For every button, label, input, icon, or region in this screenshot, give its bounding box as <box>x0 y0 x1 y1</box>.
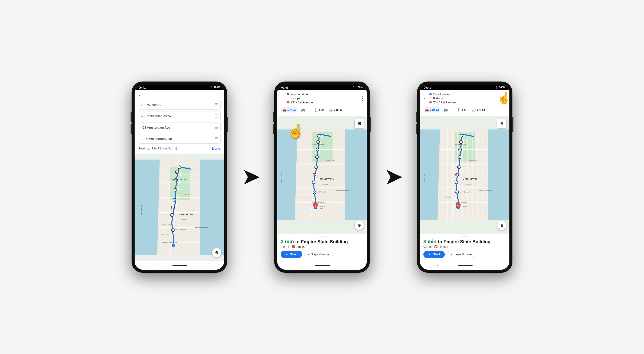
car-icon-2: 🚗 <box>282 108 286 112</box>
more-menu-2[interactable] <box>362 96 363 101</box>
start-button-3[interactable]: ▲ Start <box>423 251 445 258</box>
distance-2: 0.9 mi <box>281 245 289 249</box>
location-fab-1[interactable]: ⊕ <box>212 248 221 257</box>
transport-bus-3[interactable]: 🚌 — <box>442 107 453 112</box>
bus-time-2: — <box>306 108 309 111</box>
time-1: 09:41 <box>139 86 146 89</box>
route-stop-row-dest: 2337 1st Avenue <box>287 101 362 104</box>
route-header-top-2: ← Your location 8 stops <box>281 93 363 105</box>
nav-icon-2: ▲ <box>285 252 289 256</box>
map-1[interactable]: A B C D E F G H I <box>135 154 224 261</box>
nav-back-1[interactable]: ‹ <box>152 263 153 267</box>
route-stop-row-stops-3: 8 stops <box>429 97 505 100</box>
svg-point-142 <box>460 134 463 137</box>
waypoint-1[interactable]: 200 W 70th St ☰ <box>138 100 221 110</box>
location-fab-3[interactable]: ⊕ <box>497 221 506 230</box>
svg-point-88 <box>317 134 320 137</box>
bottom-sheet-2: 3 min to Empire State Building 0.9 mi · … <box>277 233 367 261</box>
time-3: 09:41 <box>424 86 431 89</box>
svg-text:2000 ft: 2000 ft <box>463 206 467 207</box>
action-btns-2: ▲ Start ≡ Steps & more <box>281 251 363 258</box>
steps-button-3[interactable]: ≡ Steps & more <box>447 251 476 258</box>
svg-text:C: C <box>171 214 172 216</box>
svg-text:White Castle: White Castle <box>326 160 335 161</box>
map-3[interactable]: A B C D E F G H I <box>420 116 509 233</box>
back-btn-1[interactable]: ← <box>138 93 221 98</box>
svg-rect-155 <box>463 204 475 204</box>
svg-rect-0 <box>135 160 160 255</box>
transport-walk-2[interactable]: 🚶 5 hr <box>312 107 325 112</box>
phone-1-screen: 09:41 📍 100% ← 200 W 70th St ☰ 45 Rockef… <box>135 85 224 270</box>
vol-down-btn-2 <box>273 124 274 134</box>
back-btn-2[interactable]: ← <box>281 96 285 101</box>
steps-button-2[interactable]: ≡ Steps & more <box>304 251 333 258</box>
home-pill-1[interactable] <box>172 265 187 266</box>
svg-text:White Cas...: White Cas... <box>185 193 194 195</box>
phone1-header: ← 200 W 70th St ☰ 45 Rockefeller Plaza ☰… <box>135 90 224 154</box>
arrow-2: ➤ <box>385 165 402 189</box>
svg-text:Chipotle: Chipotle <box>323 183 328 185</box>
nav-back-2[interactable]: ‹ <box>295 263 296 267</box>
start-button-2[interactable]: ▲ Start <box>281 251 302 258</box>
transport-car-2[interactable]: 🚗 1 hr 12 <box>281 107 298 112</box>
route-header-3: ← Your location 8 stops <box>420 90 509 116</box>
route-time-3: 3 min to Empire State Building <box>423 239 506 245</box>
svg-rect-105 <box>488 129 509 220</box>
drag-handle-4[interactable]: ☰ <box>214 136 218 141</box>
svg-text:Madison Square Park: Madison Square Park <box>162 241 177 243</box>
steps-icon-3: ≡ <box>451 253 452 256</box>
drag-handle-3[interactable]: ☰ <box>214 125 218 130</box>
layers-btn-3[interactable]: ⊞ <box>497 119 506 128</box>
drag-handle-2[interactable]: ☰ <box>214 114 218 119</box>
waypoint-1-label: 200 W 70th St <box>141 103 162 107</box>
more-menu-container-3: ☝ <box>505 96 506 101</box>
more-menu-3[interactable] <box>505 96 506 101</box>
transport-car-3[interactable]: 🚗 1 hr 12 <box>423 107 440 112</box>
svg-text:Central Park Zoo: Central Park Zoo <box>455 143 467 145</box>
vol-up-btn-3 <box>416 112 417 122</box>
svg-text:E: E <box>315 166 317 168</box>
waypoint-3[interactable]: 423 Amsterdam Ave ☰ <box>138 123 221 132</box>
transport-bike-2[interactable]: 🚲 1 hr 53 <box>327 107 344 112</box>
map-svg-3: A B C D E F G H I <box>420 116 509 233</box>
phone-nav-2: ‹ <box>277 261 367 270</box>
layers-btn-2[interactable]: ⊞ <box>355 119 364 128</box>
bus-icon-3: 🚌 <box>444 108 448 112</box>
svg-text:Hotel 57 New York: Hotel 57 New York <box>174 229 186 230</box>
location-icon-1: 📍 <box>210 86 213 89</box>
bus-icon-2: 🚌 <box>301 108 305 112</box>
transport-walk-3[interactable]: 🚶 5 hr <box>455 107 468 112</box>
waypoint-4[interactable]: 1030 Amsterdam Ave ☰ <box>138 134 221 144</box>
map-2[interactable]: A B C D E F G H I <box>277 116 367 233</box>
route-stop-row-dest-3: 2337 1st Avenue <box>429 101 505 104</box>
svg-text:C: C <box>456 181 457 183</box>
svg-text:Five Guys: Five Guys <box>162 234 169 235</box>
svg-text:1 km: 1 km <box>320 207 323 209</box>
location-fab-2[interactable]: ⊕ <box>355 221 364 230</box>
walk-time-2: 5 hr <box>319 108 324 111</box>
waypoint-2[interactable]: 45 Rockefeller Plaza ☰ <box>138 111 221 121</box>
route-time-2: 3 min to Empire State Building <box>281 239 363 245</box>
svg-text:F: F <box>459 156 460 158</box>
distance-3: 0.9 mi <box>423 245 432 249</box>
back-btn-3[interactable]: ← <box>423 96 427 101</box>
svg-text:E: E <box>458 166 459 168</box>
phone-3: 09:41 📍 100% ← Your location <box>417 82 512 273</box>
transport-bus-2[interactable]: 🚌 — <box>300 107 310 112</box>
svg-text:Central Park Zoo: Central Park Zoo <box>312 143 324 145</box>
home-pill-3[interactable] <box>458 265 473 266</box>
svg-text:Famous Famiglia: Famous Famiglia <box>161 224 173 225</box>
phone-nav-3: ‹ <box>420 261 509 270</box>
bike-time-3: 1 hr 53 <box>476 108 485 111</box>
vol-down-btn-3 <box>416 124 417 134</box>
phone-3-screen: 09:41 📍 100% ← Your location <box>420 85 509 270</box>
done-button-1[interactable]: Done <box>212 147 220 150</box>
home-pill-2[interactable] <box>315 265 330 266</box>
car-time-2: 1 hr 12 <box>287 108 296 111</box>
nav-back-3[interactable]: ‹ <box>437 263 438 267</box>
parking-label-3: Limited <box>438 245 448 249</box>
svg-rect-50 <box>277 129 297 220</box>
drag-handle-1[interactable]: ☰ <box>214 102 218 107</box>
time-2: 09:41 <box>281 86 288 89</box>
transport-bike-3[interactable]: 🚲 1 hr 53 <box>470 107 487 112</box>
